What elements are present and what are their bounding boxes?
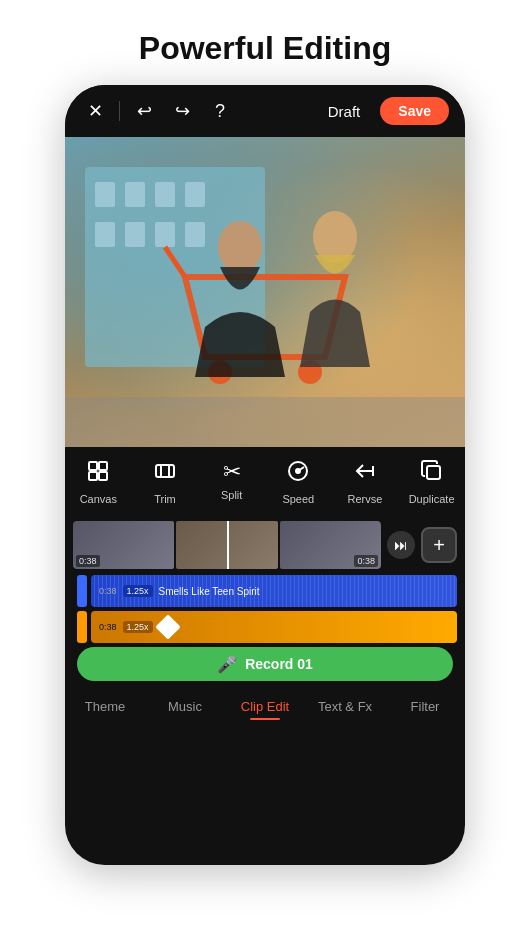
toolbar-duplicate[interactable]: Duplicate bbox=[407, 459, 457, 505]
clip-edit-nav-label: Clip Edit bbox=[241, 699, 289, 714]
microphone-icon: 🎤 bbox=[217, 655, 237, 674]
audio-track-row: 0:38 1.25x Smells Like Teen Spirit bbox=[73, 575, 457, 607]
text-fx-nav-label: Text & Fx bbox=[318, 699, 372, 714]
canvas-label: Canvas bbox=[80, 493, 117, 505]
audio-track-label: Smells Like Teen Spirit bbox=[159, 586, 260, 597]
svg-rect-3 bbox=[155, 182, 175, 207]
speed-badge: 1.25x bbox=[123, 621, 153, 633]
help-icon[interactable]: ? bbox=[206, 101, 234, 122]
bottom-nav: Theme Music Clip Edit Text & Fx Filter bbox=[65, 687, 465, 730]
video-strip[interactable]: 0:38 0:38 bbox=[73, 521, 381, 569]
toolbar: Canvas Trim ✂ Split bbox=[65, 447, 465, 515]
save-button[interactable]: Save bbox=[380, 97, 449, 125]
svg-rect-14 bbox=[65, 397, 465, 447]
record-bar[interactable]: 🎤 Record 01 bbox=[77, 647, 453, 681]
toolbar-reverse[interactable]: Rervse bbox=[340, 459, 390, 505]
speed-track-bar[interactable]: 0:38 1.25x bbox=[91, 611, 457, 643]
video-thumb-1: 0:38 bbox=[73, 521, 174, 569]
nav-theme[interactable]: Theme bbox=[75, 699, 135, 720]
audio-track-bar[interactable]: 0:38 1.25x Smells Like Teen Spirit bbox=[91, 575, 457, 607]
svg-rect-17 bbox=[89, 472, 97, 480]
strip-end-time: 0:38 bbox=[354, 555, 378, 567]
audio-track-handle[interactable] bbox=[77, 575, 87, 607]
video-thumb-2 bbox=[176, 521, 277, 569]
split-icon: ✂ bbox=[223, 459, 241, 485]
canvas-icon bbox=[86, 459, 110, 489]
speed-timestamp: 0:38 bbox=[99, 622, 117, 632]
undo-icon[interactable]: ↩ bbox=[130, 100, 158, 122]
nav-music[interactable]: Music bbox=[155, 699, 215, 720]
video-thumb-3: 0:38 bbox=[280, 521, 381, 569]
svg-rect-1 bbox=[95, 182, 115, 207]
trim-label: Trim bbox=[154, 493, 176, 505]
redo-icon[interactable]: ↪ bbox=[168, 100, 196, 122]
top-bar: ✕ ↩ ↪ ? Draft Save bbox=[65, 85, 465, 137]
divider bbox=[119, 101, 120, 121]
svg-rect-26 bbox=[427, 466, 440, 479]
speed-label: Speed bbox=[282, 493, 314, 505]
toolbar-split[interactable]: ✂ Split bbox=[207, 459, 257, 505]
record-label: Record 01 bbox=[245, 656, 313, 672]
active-nav-indicator bbox=[250, 718, 280, 720]
toolbar-trim[interactable]: Trim bbox=[140, 459, 190, 505]
video-preview bbox=[65, 137, 465, 447]
speed-icon bbox=[286, 459, 310, 489]
svg-rect-18 bbox=[99, 472, 107, 480]
nav-text-fx[interactable]: Text & Fx bbox=[315, 699, 375, 720]
svg-rect-6 bbox=[125, 222, 145, 247]
svg-rect-16 bbox=[99, 462, 107, 470]
svg-rect-15 bbox=[89, 462, 97, 470]
phone-shell: ✕ ↩ ↪ ? Draft Save bbox=[65, 85, 465, 865]
video-strip-row: 0:38 0:38 ⏭ + bbox=[73, 521, 457, 569]
duplicate-icon bbox=[420, 459, 444, 489]
nav-clip-edit[interactable]: Clip Edit bbox=[235, 699, 295, 720]
close-icon[interactable]: ✕ bbox=[81, 100, 109, 122]
svg-point-12 bbox=[218, 221, 262, 273]
svg-rect-8 bbox=[185, 222, 205, 247]
svg-rect-4 bbox=[185, 182, 205, 207]
toolbar-canvas[interactable]: Canvas bbox=[73, 459, 123, 505]
video-content bbox=[65, 137, 465, 447]
svg-rect-7 bbox=[155, 222, 175, 247]
audio-speed-badge: 1.25x bbox=[123, 585, 153, 597]
svg-rect-2 bbox=[125, 182, 145, 207]
nav-filter[interactable]: Filter bbox=[395, 699, 455, 720]
audio-timestamp: 0:38 bbox=[99, 586, 117, 596]
draft-label: Draft bbox=[328, 103, 361, 120]
skip-to-end-icon[interactable]: ⏭ bbox=[387, 531, 415, 559]
split-label: Split bbox=[221, 489, 242, 501]
duplicate-label: Duplicate bbox=[409, 493, 455, 505]
speed-track-row: 0:38 1.25x bbox=[73, 611, 457, 643]
timeline-area: 0:38 0:38 ⏭ + 0:38 1.25x Smells Like Tee… bbox=[65, 515, 465, 687]
strip-start-time: 0:38 bbox=[76, 555, 100, 567]
theme-nav-label: Theme bbox=[85, 699, 125, 714]
add-clip-button[interactable]: + bbox=[421, 527, 457, 563]
filter-nav-label: Filter bbox=[411, 699, 440, 714]
speed-track-handle[interactable] bbox=[77, 611, 87, 643]
video-strip-wrapper: 0:38 0:38 bbox=[73, 521, 381, 569]
svg-rect-19 bbox=[156, 465, 174, 477]
reverse-icon bbox=[353, 459, 377, 489]
toolbar-speed[interactable]: Speed bbox=[273, 459, 323, 505]
page-title: Powerful Editing bbox=[139, 30, 391, 67]
trim-icon bbox=[153, 459, 177, 489]
svg-rect-5 bbox=[95, 222, 115, 247]
speed-keyframe bbox=[155, 614, 180, 639]
music-nav-label: Music bbox=[168, 699, 202, 714]
reverse-label: Rervse bbox=[348, 493, 383, 505]
